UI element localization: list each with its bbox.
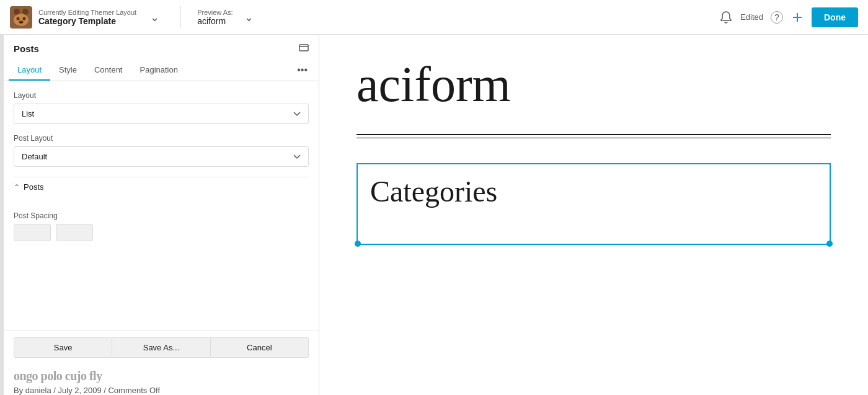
post-stub-preview: ongo polo cujo fly By daniela / July 2, … — [4, 364, 319, 395]
layout-select[interactable]: List Grid Masonry — [14, 104, 309, 124]
cancel-button[interactable]: Cancel — [211, 337, 309, 358]
editing-label: Currently Editing Themer Layout — [38, 9, 136, 16]
tab-style[interactable]: Style — [50, 60, 86, 81]
post-spacing-label: Post Spacing — [14, 211, 309, 220]
help-button[interactable]: ? — [771, 11, 783, 24]
posts-section-title: Posts — [24, 182, 44, 192]
panel-title: Posts — [14, 43, 39, 54]
bell-icon — [719, 11, 733, 24]
done-button[interactable]: Done — [812, 7, 858, 27]
spacing-input-right[interactable] — [56, 224, 93, 241]
maximize-icon — [299, 42, 309, 52]
svg-point-7 — [19, 21, 23, 23]
svg-point-4 — [17, 17, 20, 20]
edited-label: Edited — [740, 12, 763, 22]
preview-categories-section: Categories — [356, 163, 831, 245]
posts-section-header[interactable]: ⌃ Posts — [14, 177, 309, 197]
template-name: Category Template — [38, 16, 136, 26]
add-button[interactable] — [790, 11, 804, 24]
panel-inner: Posts Layout Style Content Pagination ••… — [4, 35, 319, 395]
preview-categories-title: Categories — [370, 177, 817, 206]
preview-dropdown-button[interactable]: ⌄ — [239, 8, 259, 27]
stub-post-title: ongo polo cujo fly — [14, 369, 309, 383]
post-spacing-field-group: Post Spacing — [14, 211, 309, 241]
header-title-block: Currently Editing Themer Layout Category… — [38, 9, 136, 26]
spacing-row — [14, 224, 309, 241]
posts-section-content: Post Spacing — [14, 206, 309, 241]
preview-section: Preview As: aciform — [197, 9, 232, 26]
header: Currently Editing Themer Layout Category… — [0, 0, 868, 35]
selection-handle-bottom-right — [826, 241, 833, 247]
svg-point-3 — [14, 14, 29, 26]
header-right: Edited ? Done — [719, 7, 858, 27]
panel-content: Layout List Grid Masonry Post Layout Def… — [4, 81, 319, 331]
spacing-input-left[interactable] — [14, 224, 51, 241]
posts-section-chevron-icon: ⌃ — [14, 183, 20, 192]
preview-site-title: aciform — [356, 60, 831, 109]
post-layout-field-group: Post Layout Default Card Full — [14, 134, 309, 167]
help-icon: ? — [774, 12, 779, 22]
tab-content[interactable]: Content — [86, 60, 131, 81]
template-dropdown-button[interactable]: ⌄ — [145, 8, 164, 27]
layout-field-label: Layout — [14, 91, 309, 100]
panel-resize-handle[interactable] — [0, 35, 4, 395]
stub-post-meta: By daniela / July 2, 2009 / Comments Off — [14, 386, 309, 395]
tab-pagination[interactable]: Pagination — [131, 60, 187, 81]
preview-content: aciform Categories — [319, 35, 868, 270]
preview-separator-thin — [356, 138, 831, 138]
logo-section: Currently Editing Themer Layout Category… — [10, 6, 295, 29]
svg-rect-10 — [299, 45, 308, 51]
post-layout-field-label: Post Layout — [14, 134, 309, 143]
panel-maximize-button[interactable] — [299, 42, 309, 55]
preview-as-label: Preview As: — [197, 9, 232, 16]
panel-tabs: Layout Style Content Pagination ••• — [4, 60, 319, 81]
panel-header: Posts — [4, 35, 319, 60]
save-as-button[interactable]: Save As... — [112, 337, 210, 358]
header-divider — [180, 6, 181, 29]
save-bar: Save Save As... Cancel — [4, 331, 319, 364]
left-panel: Posts Layout Style Content Pagination ••… — [0, 35, 319, 395]
tab-layout[interactable]: Layout — [9, 60, 50, 81]
plus-icon — [790, 11, 804, 24]
main-layout: Posts Layout Style Content Pagination ••… — [0, 35, 868, 395]
tab-more-button[interactable]: ••• — [291, 60, 314, 81]
right-preview: aciform Categories — [319, 35, 868, 395]
svg-point-5 — [23, 17, 26, 20]
preview-value: aciform — [197, 16, 232, 26]
selection-handle-bottom-left — [355, 241, 361, 247]
save-button[interactable]: Save — [14, 337, 112, 358]
layout-field-group: Layout List Grid Masonry — [14, 91, 309, 124]
logo-icon — [10, 6, 32, 29]
post-layout-select[interactable]: Default Card Full — [14, 146, 309, 167]
notifications-button[interactable] — [719, 11, 733, 24]
